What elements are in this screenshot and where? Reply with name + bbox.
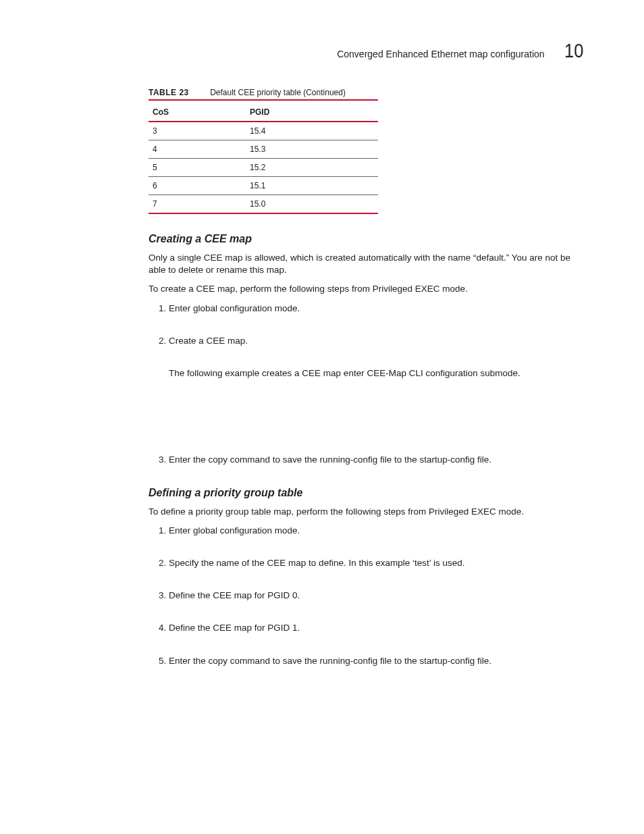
step-text: Specify the name of the CEE map to defin…	[169, 558, 464, 568]
paragraph: To define a priority group table map, pe…	[149, 506, 581, 518]
cell-pgid: 15.4	[246, 122, 378, 140]
step-item: Enter the copy command to save the runni…	[169, 454, 583, 466]
table-header-row: CoS PGID	[149, 103, 378, 122]
cell-pgid: 15.3	[246, 140, 378, 159]
step-text: Create a CEE map.	[169, 336, 248, 346]
cell-pgid: 15.2	[246, 159, 378, 177]
table-row: 6 15.1	[149, 177, 378, 195]
steps-list-creating: Enter global configuration mode. Create …	[149, 303, 583, 467]
header-section-title: Converged Enhanced Ethernet map configur…	[337, 49, 544, 59]
col-header-cos: CoS	[149, 103, 246, 122]
step-item: Enter global configuration mode.	[169, 525, 583, 537]
table-caption-text: Default CEE priority table (Continued)	[210, 88, 346, 97]
paragraph: To create a CEE map, perform the followi…	[149, 283, 581, 295]
paragraph: Only a single CEE map is allowed, which …	[149, 252, 581, 276]
cell-cos: 5	[149, 159, 246, 177]
step-item: Enter the copy command to save the runni…	[169, 655, 583, 667]
page-content: Converged Enhanced Ethernet map configur…	[0, 0, 644, 714]
section-heading-defining: Defining a priority group table	[149, 487, 583, 499]
step-item: Define the CEE map for PGID 0.	[169, 590, 583, 602]
table-row: 5 15.2	[149, 159, 378, 177]
step-item: Specify the name of the CEE map to defin…	[169, 557, 583, 569]
section-heading-creating: Creating a CEE map	[149, 233, 583, 245]
page-header: Converged Enhanced Ethernet map configur…	[149, 41, 583, 61]
step-item: Define the CEE map for PGID 1.	[169, 622, 583, 634]
cell-cos: 3	[149, 122, 246, 140]
table-row: 3 15.4	[149, 122, 378, 140]
step-subtext: The following example creates a CEE map …	[169, 367, 583, 380]
step-text: Enter the copy command to save the runni…	[169, 656, 491, 666]
cell-cos: 4	[149, 140, 246, 159]
cell-pgid: 15.1	[246, 177, 378, 195]
table-row: 7 15.0	[149, 195, 378, 214]
col-header-pgid: PGID	[246, 103, 378, 122]
step-text: Define the CEE map for PGID 0.	[169, 590, 300, 600]
spacer	[169, 380, 583, 434]
table-label: TABLE 23	[149, 88, 189, 97]
table-caption: TABLE 23 Default CEE priority table (Con…	[149, 88, 378, 101]
cell-cos: 6	[149, 177, 246, 195]
chapter-number: 10	[564, 41, 583, 61]
step-item: Enter global configuration mode.	[169, 303, 583, 315]
step-text: Enter global configuration mode.	[169, 525, 300, 536]
cell-cos: 7	[149, 195, 246, 214]
step-text: Define the CEE map for PGID 1.	[169, 623, 300, 633]
table-row: 4 15.3	[149, 140, 378, 159]
step-text: Enter global configuration mode.	[169, 303, 300, 313]
priority-table: CoS PGID 3 15.4 4 15.3 5 15.2 6 15.1 7	[149, 103, 378, 214]
step-text: Enter the copy command to save the runni…	[169, 454, 491, 465]
cell-pgid: 15.0	[246, 195, 378, 214]
steps-list-defining: Enter global configuration mode. Specify…	[149, 525, 583, 667]
step-item: Create a CEE map. The following example …	[169, 335, 583, 434]
